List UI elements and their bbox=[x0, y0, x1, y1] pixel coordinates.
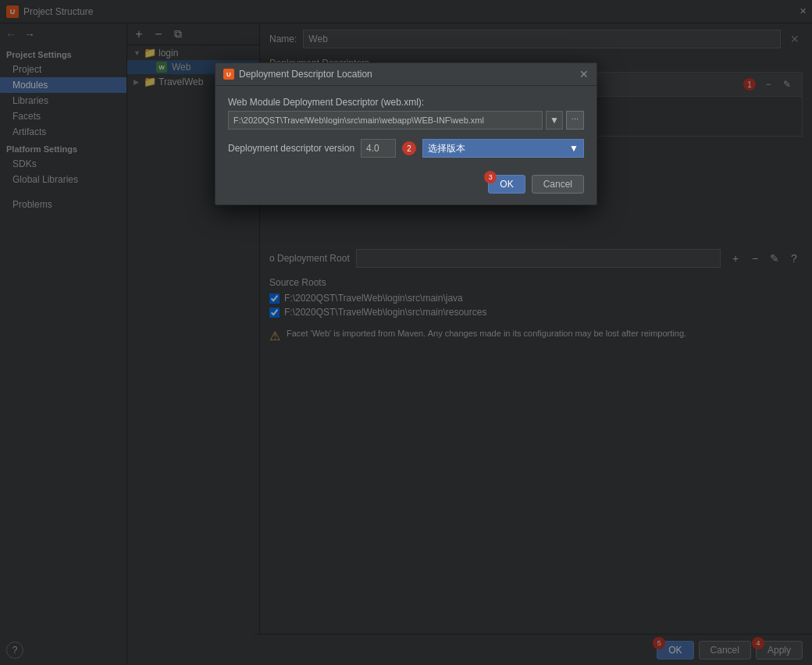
modal-version-badge: 2 bbox=[402, 141, 416, 155]
modal-browse-button[interactable]: ... bbox=[566, 111, 584, 130]
modal-overlay: U Deployment Descriptor Location ✕ Web M… bbox=[0, 0, 812, 665]
modal-cancel-label: Cancel bbox=[543, 179, 572, 190]
modal-icon: U bbox=[223, 69, 234, 80]
modal-body: Web Module Deployment Descriptor (web.xm… bbox=[215, 86, 597, 169]
modal-ok-badge: 3 bbox=[484, 171, 497, 183]
modal-version-label: Deployment descriptor version bbox=[228, 143, 354, 154]
modal-version-select[interactable]: 选择版本 ▼ bbox=[422, 139, 584, 158]
modal-descriptor-row: ▼ ... bbox=[228, 111, 584, 130]
modal-title: U Deployment Descriptor Location bbox=[223, 69, 372, 80]
modal-ok-label: OK bbox=[500, 179, 513, 190]
modal-dropdown-button[interactable]: ▼ bbox=[546, 111, 563, 130]
modal-version-dropdown-arrow: ▼ bbox=[569, 143, 579, 154]
modal-footer: 3 OK Cancel bbox=[215, 169, 597, 204]
modal-ok-button[interactable]: 3 OK bbox=[488, 175, 525, 194]
modal-descriptor-input[interactable] bbox=[228, 111, 543, 130]
modal-cancel-button[interactable]: Cancel bbox=[532, 175, 584, 194]
modal-title-text: Deployment Descriptor Location bbox=[239, 69, 372, 80]
modal-version-select-label: 选择版本 bbox=[428, 142, 465, 155]
modal-version-row: Deployment descriptor version 2 选择版本 ▼ bbox=[228, 139, 584, 158]
modal-title-bar: U Deployment Descriptor Location ✕ bbox=[215, 63, 597, 86]
modal-descriptor-label: Web Module Deployment Descriptor (web.xm… bbox=[228, 97, 584, 108]
modal-dialog: U Deployment Descriptor Location ✕ Web M… bbox=[215, 62, 597, 205]
modal-descriptor-field: Web Module Deployment Descriptor (web.xm… bbox=[228, 97, 584, 130]
modal-close-button[interactable]: ✕ bbox=[579, 68, 589, 80]
modal-version-input[interactable] bbox=[361, 139, 396, 158]
